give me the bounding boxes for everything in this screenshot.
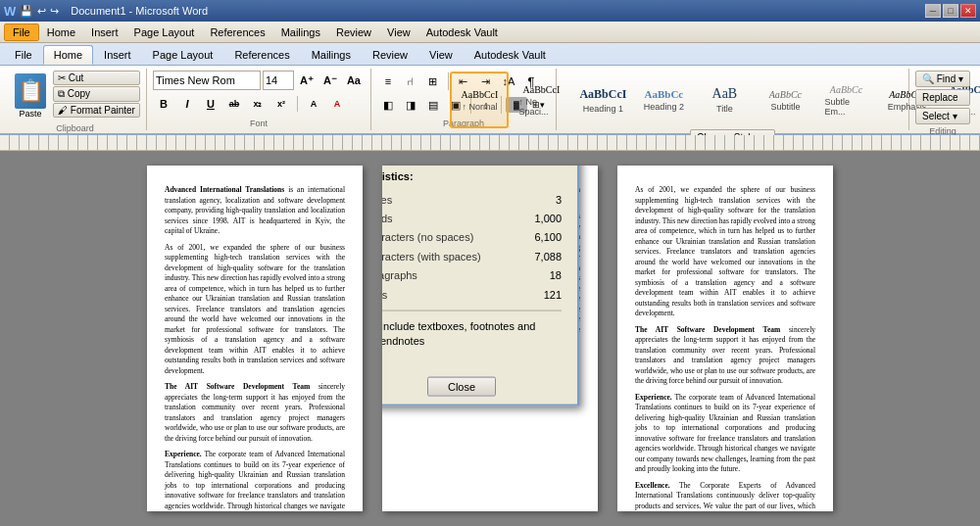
style-title-label: Title [716,104,733,114]
paste-icon: 📋 [15,73,46,109]
style-subtitle[interactable]: AaBbCc Subtitle [756,72,814,128]
p3-2: The AIT Software Development Team sincer… [635,325,815,387]
tab-file[interactable]: File [4,45,43,65]
format-painter-button[interactable]: 🖌 Format Painter [53,103,140,118]
style-no-spacing[interactable]: AaBbCcI ↑ No Spaci... [511,72,571,128]
tab-page-layout[interactable]: Page Layout [142,45,224,65]
modal-row-chars-spaces: Characters (with spaces) 7,088 [382,249,562,263]
style-no-spacing-label: ↑ No Spaci... [518,97,564,117]
font-controls: A⁺ A⁻ Aa B I U ab x₂ x² A A [153,71,365,117]
menu-insert[interactable]: Insert [83,24,126,40]
page-3[interactable]: As of 2001, we expanded the sphere of ou… [617,166,833,511]
menu-mailings[interactable]: Mailings [273,24,328,40]
modal-lines-label: Lines [382,287,387,302]
menu-references[interactable]: References [202,24,272,40]
font-size-input[interactable] [263,71,294,90]
text-highlight-button[interactable]: A [303,94,324,114]
title-text: Document1 - Microsoft Word [71,5,208,17]
style-normal-label: ↑ Normal [462,102,497,112]
checkbox-label: Include textboxes, footnotes and endnote… [382,319,562,350]
underline-button[interactable]: U [200,94,221,114]
replace-button[interactable]: Replace [915,89,970,106]
tab-view[interactable]: View [418,45,464,65]
tab-mailings[interactable]: Mailings [301,45,362,65]
modal-chars-space-label: Characters (with spaces) [382,249,481,263]
tab-insert[interactable]: Insert [93,45,142,65]
font-sep [297,96,298,112]
page-2[interactable]: and localization services since 1998. AI… [382,166,598,511]
tab-autodesk[interactable]: Autodesk Vault [464,45,557,65]
font-row-2: B I U ab x₂ x² A A [153,94,365,114]
font-group: A⁺ A⁻ Aa B I U ab x₂ x² A A Font [147,69,371,130]
quick-access-save[interactable]: 💾 [20,5,33,18]
grow-font-button[interactable]: A⁺ [296,71,318,90]
font-row-1: A⁺ A⁻ Aa [153,71,365,90]
style-heading1[interactable]: AaBbCcI Heading 1 [573,72,632,128]
tab-references[interactable]: References [223,45,300,65]
bullets-button[interactable]: ≡ [377,71,399,92]
copy-button[interactable]: ⧉ Copy [53,86,140,102]
menu-bar: File Home Insert Page Layout References … [0,22,980,43]
minimize-button[interactable]: ─ [925,4,941,18]
modal-paras-value: 18 [550,268,562,283]
modal-close-btn[interactable]: Close [427,376,496,396]
find-button[interactable]: 🔍 Find ▾ [915,71,970,87]
font-color-button[interactable]: A [326,94,348,114]
bold-button[interactable]: B [153,94,174,114]
style-heading2-label: Heading 2 [644,102,684,112]
font-name-input[interactable] [153,71,261,90]
style-subtle-em-label: Subtle Em... [824,97,867,117]
ribbon-tabs: File Home Insert Page Layout References … [0,45,980,65]
multilevel-list-button[interactable]: ⊞ [422,71,444,92]
menu-home[interactable]: Home [39,24,83,40]
cut-button[interactable]: ✂ Cut [53,71,140,85]
menu-autodesk[interactable]: Autodesk Vault [418,24,506,40]
p1-4: Experience. The corporate team of Advanc… [165,450,345,511]
select-button[interactable]: Select ▾ [915,108,970,124]
p3-4: Excellence. The Corporate Experts of Adv… [635,481,815,512]
tab-home[interactable]: Home [43,45,93,65]
menu-page-layout[interactable]: Page Layout [126,24,203,40]
page-1[interactable]: Advanced International Translations is a… [147,166,363,511]
styles-area: AaBbCcI ↑ Normal AaBbCcI ↑ No Spaci... A… [450,71,980,129]
strikethrough-button[interactable]: ab [223,94,245,114]
style-normal[interactable]: AaBbCcI ↑ Normal [450,72,509,128]
numbering-button[interactable]: ⑁ [400,71,421,92]
tab-review[interactable]: Review [362,45,418,65]
ribbon: File Home Insert Page Layout References … [0,43,980,135]
shrink-font-button[interactable]: A⁻ [319,71,341,90]
style-subtitle-label: Subtitle [770,102,800,112]
modal-pages-value: 3 [556,192,562,207]
menu-review[interactable]: Review [328,24,379,40]
subscript-button[interactable]: x₂ [247,94,269,114]
clear-format-button[interactable]: Aa [343,71,365,90]
clipboard-group-content: 📋 Paste ✂ Cut ⧉ Copy 🖌 Format Painter [10,71,140,121]
ruler [0,135,980,151]
style-subtitle-preview: AaBbCc [769,89,802,100]
title-bar-buttons[interactable]: ─ □ ✕ [925,4,976,18]
title-bar: W 💾 ↩ ↪ Document1 - Microsoft Word ─ □ ✕ [0,0,980,22]
menu-view[interactable]: View [379,24,418,40]
style-subtle-em[interactable]: AaBbCc Subtle Em... [816,72,875,128]
align-right-button[interactable]: ▤ [422,94,444,116]
menu-file[interactable]: File [4,24,39,41]
close-button[interactable]: ✕ [960,4,976,18]
superscript-button[interactable]: x² [270,94,292,114]
paste-button[interactable]: 📋 Paste [10,71,51,121]
quick-access-redo[interactable]: ↪ [50,5,59,18]
quick-access-undo[interactable]: ↩ [37,5,46,18]
center-button[interactable]: ◨ [400,94,421,116]
align-left-button[interactable]: ◧ [377,94,399,116]
document-area: Advanced International Translations is a… [0,151,980,526]
italic-button[interactable]: I [176,94,198,114]
font-label: Font [250,117,268,128]
restore-button[interactable]: □ [943,4,958,18]
p3-3: Experience. The corporate team of Advanc… [635,393,815,475]
style-heading2[interactable]: AaBbCc Heading 2 [634,72,693,128]
modal-row-chars-no-spaces: Characters (no spaces) 6,100 [382,230,562,245]
style-subtle-em-preview: AaBbCc [830,84,862,95]
style-title[interactable]: AaB Title [695,72,754,128]
para-sep1 [448,72,449,90]
p1-3: The AIT Software Development Team sincer… [165,382,345,444]
clipboard-label: Clipboard [56,121,94,133]
